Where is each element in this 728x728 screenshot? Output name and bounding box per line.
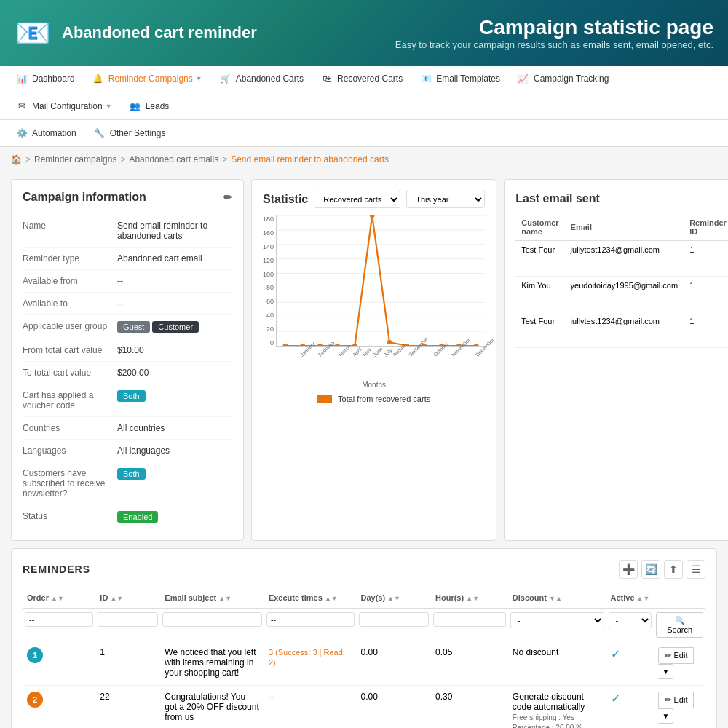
nav-recovered-carts[interactable]: 🛍 Recovered Carts: [312, 66, 410, 92]
recovered-carts-icon: 🛍: [320, 71, 334, 86]
breadcrumb-current[interactable]: Send email reminder to abandoned carts: [231, 154, 389, 165]
last-email-title: Last email sent: [515, 192, 600, 205]
filter-days-input[interactable]: [359, 612, 430, 627]
nav-abandoned-carts-label: Abandoned Carts: [236, 74, 304, 84]
active-check: ✓: [611, 648, 620, 660]
edit-campaign-icon[interactable]: ✏: [223, 191, 232, 203]
reminder-campaigns-arrow-icon: ▼: [196, 75, 202, 82]
campaign-field-row: From total cart value$10.00: [23, 339, 232, 362]
nav-leads-label: Leads: [146, 101, 170, 111]
reminders-title: REMINDERS: [23, 563, 90, 575]
campaign-field-row: Available to--: [23, 293, 232, 315]
chart-legend: Total from recovered carts: [263, 395, 485, 403]
campaign-field-row: To total cart value$200.00: [23, 362, 232, 384]
reminders-actions: ➕ 🔄 ⬆ ☰: [619, 560, 705, 579]
legend-label: Total from recovered carts: [338, 395, 430, 403]
email-templates-icon: 📧: [419, 71, 433, 86]
email-row: Kim You yeudoitoiday1995@gmail.com 1 ✓ 2…: [515, 277, 728, 312]
order-circle: 1: [27, 647, 43, 663]
nav-dashboard[interactable]: 📊 Dashboard: [7, 66, 82, 92]
statistic-filter-select[interactable]: Recovered carts Opened carts Sent emails: [314, 191, 400, 208]
filter-search: 🔍 Search: [654, 609, 705, 641]
nav-other-settings[interactable]: 🔧 Other Settings: [85, 120, 173, 146]
edit-dropdown-button[interactable]: ▼: [658, 664, 673, 679]
nav-other-settings-label: Other Settings: [110, 128, 166, 138]
reminders-refresh-button[interactable]: 🔄: [641, 560, 660, 579]
mail-configuration-arrow-icon: ▼: [106, 103, 112, 110]
campaign-field-row: Cart has applied a voucher codeBoth: [23, 384, 232, 417]
filter-id: [95, 609, 160, 641]
nav-mail-configuration[interactable]: ✉ Mail Configuration ▼: [7, 93, 119, 119]
filter-id-input[interactable]: [98, 612, 158, 627]
email-col-reminder-id: Reminder ID: [684, 214, 728, 241]
campaign-field-row: LanguagesAll languages: [23, 440, 232, 462]
campaign-field-row: Available from--: [23, 270, 232, 293]
filter-subject-input[interactable]: [162, 612, 262, 627]
email-col-customer: Customer name: [515, 214, 564, 241]
other-settings-icon: 🔧: [92, 126, 107, 141]
breadcrumb: 🏠 > Reminder campaigns > Abandoned cart …: [0, 147, 728, 172]
col-actions: [654, 587, 705, 609]
filter-order-input[interactable]: [25, 612, 93, 627]
nav-reminder-campaigns-label: Reminder Campaigns: [108, 74, 193, 84]
svg-point-14: [370, 215, 375, 218]
nav-campaign-tracking-label: Campaign Tracking: [534, 74, 609, 84]
badge: Guest: [117, 321, 150, 333]
nav-leads[interactable]: 👥 Leads: [121, 93, 177, 119]
filter-active-select[interactable]: - Yes No: [609, 612, 652, 628]
col-hours: Hour(s) ▲▼: [431, 587, 508, 609]
breadcrumb-reminder-campaigns: Reminder campaigns: [34, 154, 116, 165]
email-row: Test Four jullytest1234@gmail.com 1 ✓ 20…: [515, 241, 728, 277]
page-subtitle: Easy to track your campaign results such…: [395, 39, 713, 50]
filter-execute-input[interactable]: [266, 612, 355, 627]
main-nav: 📊 Dashboard 🔔 Reminder Campaigns ▼ 🛒 Aba…: [0, 66, 728, 120]
edit-dropdown-button[interactable]: ▼: [658, 708, 673, 724]
order-circle: 2: [27, 692, 43, 708]
badge: Enabled: [117, 511, 158, 523]
legend-color-box: [317, 395, 332, 403]
campaign-field-row: CountriesAll countries: [23, 417, 232, 440]
nav-automation-label: Automation: [32, 128, 76, 138]
filter-discount-select[interactable]: - No discount Percentage Fixed: [510, 612, 604, 628]
filter-order: [23, 609, 95, 641]
reminders-table: Order ▲▼ ID ▲▼ Email subject ▲▼ Execute …: [23, 587, 705, 728]
svg-point-11: [317, 344, 323, 346]
x-axis-title: Months: [263, 381, 485, 389]
secondary-nav: ⚙️ Automation 🔧 Other Settings: [0, 120, 728, 147]
breadcrumb-home-icon[interactable]: 🏠: [11, 154, 22, 165]
header-right: Campaign statistic page Easy to track yo…: [395, 16, 713, 50]
nav-reminder-campaigns[interactable]: 🔔 Reminder Campaigns ▼: [84, 66, 210, 92]
email-table: Customer name Email Reminder ID Status D…: [515, 214, 728, 348]
reminders-export-button[interactable]: ⬆: [664, 560, 683, 579]
svg-point-13: [352, 344, 357, 346]
nav-campaign-tracking[interactable]: 📈 Campaign Tracking: [509, 66, 616, 92]
statistic-panel: Statistic Recovered carts Opened carts S…: [251, 179, 496, 541]
col-subject: Email subject ▲▼: [160, 587, 264, 609]
reminder-row: 2 22 Congratulations! You got a 20% OFF …: [23, 686, 705, 729]
edit-button[interactable]: ✏ Edit: [658, 647, 694, 664]
search-button[interactable]: 🔍 Search: [656, 612, 703, 638]
nav-dashboard-label: Dashboard: [32, 74, 75, 84]
col-execute: Execute times ▲▼: [264, 587, 357, 609]
filter-hours-input[interactable]: [433, 612, 506, 627]
header-left: 📧 Abandoned cart reminder: [15, 16, 257, 50]
campaign-info-panel: Campaign information ✏ NameSend email re…: [11, 179, 244, 541]
reminders-add-button[interactable]: ➕: [619, 560, 638, 579]
breadcrumb-abandoned-emails: Abandoned cart emails: [129, 154, 218, 165]
svg-point-15: [387, 340, 392, 344]
automation-icon: ⚙️: [15, 126, 29, 141]
edit-button[interactable]: ✏ Edit: [658, 692, 694, 708]
reminders-columns-button[interactable]: ☰: [687, 560, 705, 579]
statistic-time-select[interactable]: This year Last year Last 6 months: [406, 191, 485, 208]
nav-automation[interactable]: ⚙️ Automation: [7, 120, 84, 146]
nav-email-templates[interactable]: 📧 Email Templates: [411, 66, 507, 92]
active-check: ✓: [611, 692, 620, 705]
campaign-field-row: StatusEnabled: [23, 505, 232, 529]
nav-abandoned-carts[interactable]: 🛒 Abandoned Carts: [211, 66, 311, 92]
execute-times-link[interactable]: 3 (Success: 3 | Read: 2): [269, 648, 345, 667]
svg-point-9: [283, 344, 288, 346]
badge: Both: [117, 390, 146, 402]
campaign-tracking-icon: 📈: [516, 71, 531, 86]
last-email-panel: Last email sent Download full list Custo…: [504, 179, 728, 541]
svg-point-10: [300, 344, 305, 346]
